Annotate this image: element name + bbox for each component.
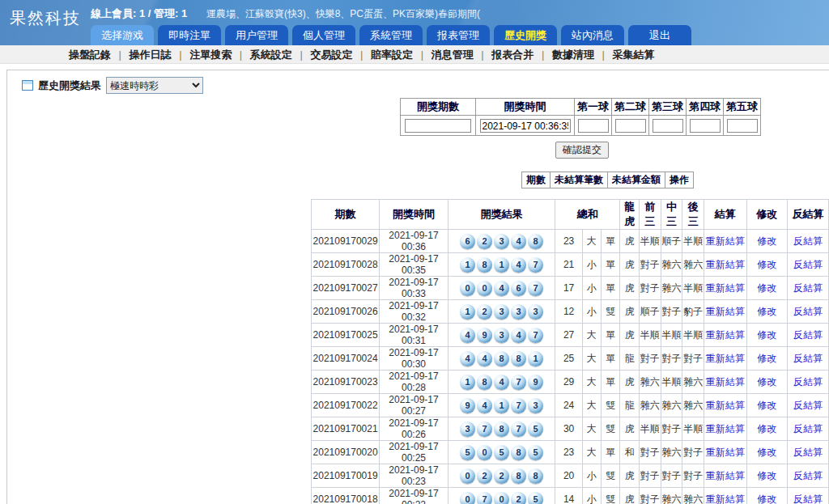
lottery-ball: 4: [460, 328, 475, 343]
table-row: 2021091700222021-09-17 00:279417324大雙龍雜六…: [312, 394, 829, 417]
settle-cell: 重新結算: [704, 488, 746, 504]
draw-result-cell: 18147: [448, 253, 555, 277]
edit-link[interactable]: 修改: [757, 376, 776, 388]
ball3-input[interactable]: [653, 119, 683, 133]
resettle-link[interactable]: 重新結算: [706, 329, 745, 341]
tab-用户管理[interactable]: 用户管理: [225, 25, 288, 45]
tab-即時注單[interactable]: 即時注單: [158, 25, 221, 45]
period-cell: 202109170025: [312, 324, 380, 347]
submenu-item-數據清理[interactable]: 數據清理: [552, 49, 594, 61]
tab-退出[interactable]: 退出: [628, 25, 691, 45]
back3-cell: 半順: [682, 324, 704, 347]
lottery-ball: 1: [494, 257, 509, 273]
submenu-item-报表合并[interactable]: 报表合并: [491, 49, 534, 61]
ball1-input[interactable]: [578, 119, 609, 133]
size-cell: 大: [582, 394, 601, 417]
submenu-item-交易設定[interactable]: 交易設定: [310, 49, 352, 61]
resettle-link[interactable]: 重新結算: [706, 470, 745, 481]
reverse-settle-link[interactable]: 反結算: [793, 306, 823, 317]
reverse-settle-link[interactable]: 反結算: [793, 400, 823, 411]
resettle-link[interactable]: 重新結算: [706, 259, 745, 270]
draw-result-cell: 62348: [448, 230, 555, 253]
ball4-input[interactable]: [690, 119, 721, 133]
tab-系統管理[interactable]: 系統管理: [359, 25, 423, 45]
reverse-cell: 反結算: [788, 324, 829, 347]
lottery-ball: 3: [494, 304, 509, 320]
draw-time-cell: 2021-09-17 00:33: [380, 277, 449, 300]
submenu-item-操作日誌[interactable]: 操作日誌: [130, 49, 172, 61]
edit-link[interactable]: 修改: [757, 447, 776, 458]
lottery-ball: 4: [494, 281, 509, 296]
edit-link[interactable]: 修改: [757, 282, 776, 294]
edit-cell: 修改: [746, 230, 788, 253]
reverse-settle-link[interactable]: 反結算: [793, 376, 823, 388]
reverse-settle-link[interactable]: 反結算: [793, 447, 823, 458]
online-stats: 線上會員: 1 / 管理: 1: [91, 6, 187, 21]
submenu-item-消息管理[interactable]: 消息管理: [432, 49, 474, 61]
period-cell: 202109170022: [312, 394, 380, 417]
ball2-input[interactable]: [615, 119, 646, 133]
lottery-ball: 9: [477, 328, 492, 343]
submenu-item-操盤記錄[interactable]: 操盤記錄: [69, 49, 111, 61]
tab-报表管理[interactable]: 报表管理: [427, 25, 490, 45]
submenu-item-注單搜索[interactable]: 注單搜索: [189, 49, 232, 61]
period-cell: 202109170029: [312, 230, 380, 253]
parity-cell: 單: [602, 371, 620, 394]
edit-cell: 修改: [746, 300, 788, 324]
table-row: 2021091700202021-09-17 00:255058523大單和對子…: [312, 441, 829, 464]
submenu-separator: |: [297, 49, 306, 61]
edit-link[interactable]: 修改: [757, 493, 776, 504]
edit-link[interactable]: 修改: [757, 329, 776, 341]
resettle-link[interactable]: 重新結算: [706, 493, 745, 504]
edit-link[interactable]: 修改: [757, 259, 776, 270]
confirm-submit-button[interactable]: 確認提交: [555, 142, 609, 159]
tab-個人管理[interactable]: 個人管理: [292, 25, 355, 45]
reverse-settle-link[interactable]: 反結算: [793, 353, 823, 364]
submenu-item-系統設定[interactable]: 系統設定: [250, 49, 292, 61]
submenu-item-賠率設定[interactable]: 賠率設定: [371, 49, 413, 61]
submenu-item-采集結算[interactable]: 采集結算: [612, 49, 654, 61]
edit-link[interactable]: 修改: [757, 470, 776, 481]
back3-cell: 對子: [682, 347, 704, 371]
resettle-link[interactable]: 重新結算: [706, 447, 745, 458]
form-col-header: 第二球: [612, 99, 649, 116]
resettle-link[interactable]: 重新結算: [706, 376, 745, 388]
tab-歷史開獎[interactable]: 歷史開獎: [494, 25, 557, 45]
reverse-settle-link[interactable]: 反結算: [793, 282, 823, 294]
ball5-input[interactable]: [727, 119, 758, 133]
settle-cell: 重新結算: [704, 277, 746, 300]
reverse-settle-link[interactable]: 反結算: [793, 329, 823, 341]
resettle-link[interactable]: 重新結算: [706, 353, 745, 364]
draw-time-input[interactable]: [480, 119, 571, 133]
mid3-cell: 雜六: [661, 488, 682, 504]
table-row: 2021091700292021-09-17 00:366234823大單虎半順…: [312, 230, 829, 253]
reverse-cell: 反結算: [788, 441, 829, 464]
table-row: 2021091700212021-09-17 00:263787530大雙虎半順…: [312, 417, 829, 441]
settle-cell: 重新結算: [704, 253, 746, 277]
game-select[interactable]: 極速時時彩: [106, 77, 203, 94]
resettle-link[interactable]: 重新結算: [706, 235, 745, 247]
edit-link[interactable]: 修改: [757, 235, 776, 247]
front3-cell: 半順: [639, 417, 661, 441]
reverse-settle-link[interactable]: 反結算: [793, 259, 823, 270]
lottery-ball: 8: [511, 445, 526, 460]
reverse-settle-link[interactable]: 反結算: [793, 493, 823, 504]
tab-站內消息[interactable]: 站內消息: [561, 25, 624, 45]
reverse-settle-link[interactable]: 反結算: [793, 470, 823, 481]
resettle-link[interactable]: 重新結算: [706, 282, 745, 294]
edit-link[interactable]: 修改: [757, 423, 776, 434]
period-cell: 202109170023: [312, 371, 380, 394]
resettle-link[interactable]: 重新結算: [706, 306, 745, 317]
section-header: 歷史開獎結果 極速時時彩: [7, 70, 829, 95]
tab-选择游戏[interactable]: 选择游戏: [91, 25, 154, 45]
resettle-link[interactable]: 重新結算: [706, 400, 745, 411]
reverse-settle-link[interactable]: 反結算: [793, 423, 823, 434]
balls-group: 02288: [449, 468, 555, 484]
resettle-link[interactable]: 重新結算: [706, 423, 745, 434]
size-cell: 大: [582, 417, 601, 441]
period-input[interactable]: [405, 119, 471, 133]
edit-link[interactable]: 修改: [757, 400, 776, 411]
edit-link[interactable]: 修改: [757, 353, 776, 364]
edit-link[interactable]: 修改: [757, 306, 776, 317]
reverse-settle-link[interactable]: 反結算: [793, 235, 823, 247]
